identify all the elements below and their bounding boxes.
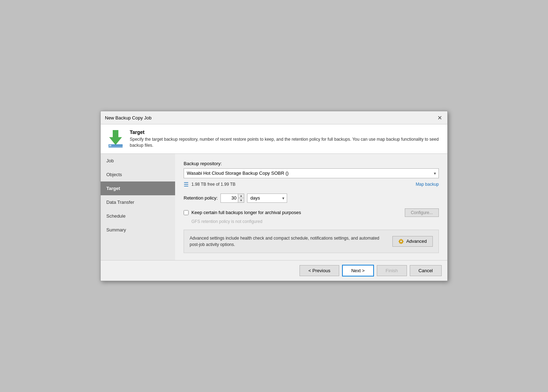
header-text: Target Specify the target backup reposit… [130,129,442,149]
gear-icon [398,239,404,244]
map-backup-link[interactable]: Map backup [416,182,439,187]
retention-decrement-btn[interactable]: ▼ [238,198,244,202]
sidebar-item-summary[interactable]: Summary [101,223,175,237]
keep-full-backups-label[interactable]: Keep certain full backups longer for arc… [191,210,301,215]
database-icon: ☰ [184,181,189,188]
body: Job Objects Target Data Transfer Schedul… [101,154,447,260]
sidebar-item-job[interactable]: Job [101,154,175,168]
retention-label: Retention policy: [184,195,218,201]
header-section: Target Specify the target backup reposit… [101,124,447,154]
sidebar-item-data-transfer[interactable]: Data Transfer [101,195,175,209]
repository-select[interactable]: Wasabi Hot Cloud Storage Backup Copy SOB… [184,168,439,178]
keep-full-backups-checkbox[interactable] [184,210,189,215]
header-description: Specify the target backup repository, nu… [130,136,442,149]
advanced-section: Advanced settings include health check a… [184,230,439,253]
title-bar: New Backup Copy Job ✕ [101,111,447,124]
previous-button[interactable]: < Previous [300,265,339,276]
retention-value-input[interactable]: 30 [221,194,238,202]
finish-button[interactable]: Finish [377,265,407,276]
advanced-description: Advanced settings include health check a… [190,235,388,248]
header-title: Target [130,129,442,135]
advanced-label: Advanced [406,239,427,244]
next-button[interactable]: Next > [342,265,374,276]
sidebar: Job Objects Target Data Transfer Schedul… [101,154,175,260]
storage-info: ☰ 1.98 TB free of 1.99 TB Map backup [184,181,439,188]
close-button[interactable]: ✕ [436,114,443,121]
sidebar-item-schedule[interactable]: Schedule [101,209,175,223]
retention-increment-btn[interactable]: ▲ [238,194,244,198]
storage-free-text: 1.98 TB free of 1.99 TB [191,182,235,187]
configure-button[interactable]: Configure... [405,208,439,217]
sidebar-item-objects[interactable]: Objects [101,168,175,181]
retention-spinner: 30 ▲ ▼ [220,194,244,203]
cancel-button[interactable]: Cancel [410,265,442,276]
sidebar-item-target[interactable]: Target [101,181,175,195]
backup-repository-label: Backup repository: [184,161,439,166]
repository-dropdown-wrapper: Wasabi Hot Cloud Storage Backup Copy SOB… [184,168,439,178]
repository-row: Wasabi Hot Cloud Storage Backup Copy SOB… [184,168,439,178]
target-icon [106,129,125,148]
gfs-note: GFS retention policy is not configured [191,219,439,224]
dialog: New Backup Copy Job ✕ Target Specify the… [100,111,448,281]
main-content: Backup repository: Wasabi Hot Cloud Stor… [175,154,447,260]
retention-unit-select[interactable]: days restore points [247,194,287,203]
retention-row: Retention policy: 30 ▲ ▼ days restore po… [184,194,439,203]
dialog-title: New Backup Copy Job [105,115,152,121]
svg-marker-0 [109,130,122,145]
keep-full-backups-row: Keep certain full backups longer for arc… [184,208,439,217]
svg-rect-3 [108,147,123,148]
retention-spinner-buttons: ▲ ▼ [238,194,244,202]
footer: < Previous Next > Finish Cancel [101,260,447,281]
days-dropdown-wrapper: days restore points ▼ [247,194,287,203]
advanced-button[interactable]: Advanced [392,236,433,247]
svg-rect-2 [109,145,111,146]
